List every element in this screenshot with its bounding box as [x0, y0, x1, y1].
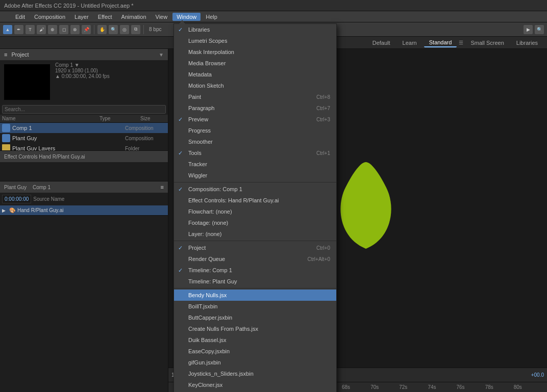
menu-item-gifgun-jsxbin[interactable]: gifGun.jsxbin — [174, 357, 336, 368]
menu-item-layer---none-[interactable]: Layer: (none) — [174, 228, 336, 240]
timeline-transport: 0:00:00:00 Source Name — [0, 193, 168, 205]
pen-tool[interactable]: ✒ — [14, 25, 23, 34]
3d-track-tool[interactable]: ⧉ — [131, 25, 140, 34]
project-panel-label: Project — [11, 51, 29, 58]
menu-item-lumetri-scopes[interactable]: Lumetri Scopes — [174, 35, 336, 46]
toolbar-separator-1 — [94, 25, 94, 34]
project-item-comp1[interactable]: Comp 1 Composition — [0, 123, 168, 133]
menu-item-label: Bendy Nulls.jsx — [188, 292, 227, 298]
project-search-input[interactable] — [2, 105, 166, 114]
menu-window[interactable]: Window — [172, 13, 201, 21]
brush-tool[interactable]: 🖌 — [37, 25, 46, 34]
puppet-pin-tool[interactable]: 📌 — [82, 25, 91, 34]
tab-libraries[interactable]: Libraries — [511, 39, 543, 47]
tab-learn[interactable]: Learn — [397, 39, 422, 47]
menu-item-timeline--plant-guy[interactable]: Timeline: Plant Guy — [174, 276, 336, 287]
roto-brush-tool[interactable]: ⊗ — [70, 25, 80, 34]
menu-item-shortcut: Ctrl+3 — [316, 117, 330, 122]
menu-layer[interactable]: Layer — [70, 13, 93, 21]
plantguy-layers-type: Folder — [125, 146, 166, 151]
menu-item-label: Effect Controls: Hand R/Plant Guy.ai — [188, 197, 279, 203]
menu-item-mask-interpolation[interactable]: Mask Interpolation — [174, 46, 336, 58]
menu-animation[interactable]: Animation — [117, 13, 151, 21]
menu-item-label: BoillT.jsxbin — [188, 303, 217, 309]
menu-item-label: Render Queue — [188, 256, 225, 262]
menu-item-joysticks-n-sliders-jsxbin[interactable]: Joysticks_n_Sliders.jsxbin — [174, 368, 336, 379]
eraser-tool[interactable]: ◻ — [59, 25, 68, 34]
workspace-options-icon[interactable]: ☰ — [459, 40, 463, 45]
clone-tool[interactable]: ⊕ — [48, 25, 57, 34]
menu-item-label: Composition: Comp 1 — [188, 186, 242, 192]
menu-item-bendy-nulls-jsx[interactable]: Bendy Nulls.jsx — [174, 290, 336, 301]
tab-small-screen[interactable]: Small Screen — [465, 39, 509, 47]
window-dropdown-menu: LibrariesLumetri ScopesMask Interpolatio… — [173, 23, 337, 392]
menu-composition[interactable]: Composition — [30, 13, 69, 21]
menu-item-libraries[interactable]: Libraries — [174, 24, 336, 35]
menu-item-tools[interactable]: ToolsCtrl+1 — [174, 147, 336, 159]
menu-item-label: Progress — [188, 127, 211, 134]
timeline-controls[interactable]: ≡ — [161, 184, 164, 190]
search-icon[interactable]: 🔍 — [535, 25, 544, 34]
menu-item-wiggler[interactable]: Wiggler — [174, 170, 336, 181]
menu-item-shortcut: Ctrl+Alt+0 — [308, 256, 330, 262]
menu-item-easecopy-jsxbin[interactable]: EaseCopy.jsxbin — [174, 346, 336, 357]
menu-item-label: Mask Interpolation — [188, 49, 234, 55]
menu-item-paint[interactable]: PaintCtrl+8 — [174, 91, 336, 102]
menu-item-footage---none-[interactable]: Footage: (none) — [174, 217, 336, 228]
title-bar: Adobe After Effects CC 2019 - Untitled P… — [0, 0, 547, 11]
menu-item-buttcapper-jsxbin[interactable]: ButtCapper.jsxbin — [174, 312, 336, 323]
comp-info: Comp 1 ▼ 1920 x 1080 (1.00) ▲ 0:00:30:00… — [55, 62, 110, 79]
menu-item-label: gifGun.jsxbin — [188, 359, 221, 365]
menu-view[interactable]: View — [152, 13, 172, 21]
menu-item-render-queue[interactable]: Render QueueCtrl+Alt+0 — [174, 253, 336, 265]
menu-edit[interactable]: Edit — [11, 13, 29, 21]
menu-item-metadata[interactable]: Metadata — [174, 69, 336, 80]
project-panel-controls[interactable]: ▼ — [159, 52, 164, 58]
menu-item-smoother[interactable]: Smoother — [174, 136, 336, 147]
menu-item-project[interactable]: ProjectCtrl+0 — [174, 242, 336, 253]
plantguy-type: Composition — [125, 136, 166, 141]
timecode-display[interactable]: 0:00:00:00 — [2, 195, 31, 203]
render-queue-icon[interactable]: ▶ — [524, 25, 533, 34]
time-marker-80: 80s — [514, 384, 522, 390]
zoom-tool[interactable]: 🔍 — [109, 25, 118, 34]
menu-item-create-nulls-from-paths-jsx[interactable]: Create Nulls From Paths.jsx — [174, 323, 336, 334]
menu-item-preview[interactable]: PreviewCtrl+3 — [174, 114, 336, 125]
menu-item-timeline--comp-1[interactable]: Timeline: Comp 1 — [174, 265, 336, 276]
comp-resolution: 1920 x 1080 (1.00) — [55, 68, 110, 73]
menu-item-effect-controls--hand-r-plant-guy-ai[interactable]: Effect Controls: Hand R/Plant Guy.ai — [174, 195, 336, 206]
menu-item-tracker[interactable]: Tracker — [174, 159, 336, 170]
project-item-plantguy-layers[interactable]: Plant Guy Layers Folder — [0, 143, 168, 150]
time-marker-76: 76s — [457, 384, 465, 390]
menu-item-boillt-jsxbin[interactable]: BoillT.jsxbin — [174, 301, 336, 312]
menu-file[interactable] — [2, 16, 10, 18]
menu-item-paragraph[interactable]: ParagraphCtrl+7 — [174, 102, 336, 114]
menu-item-motion-sketch[interactable]: Motion Sketch — [174, 80, 336, 91]
menu-item-progress[interactable]: Progress — [174, 125, 336, 136]
menu-item-label: Wiggler — [188, 172, 207, 178]
menu-effect[interactable]: Effect — [94, 13, 116, 21]
menu-item-label: Libraries — [188, 27, 210, 33]
project-panel-title: ≡ — [4, 51, 7, 58]
menu-item-label: Lumetri Scopes — [188, 38, 227, 44]
tab-standard[interactable]: Standard — [424, 38, 457, 47]
track-expand[interactable]: ▶ — [2, 208, 8, 213]
menu-item-label: Paragraph — [188, 105, 214, 111]
menu-item-shortcut: Ctrl+1 — [316, 150, 330, 156]
menu-item-keycloner-jsx[interactable]: KeyCloner.jsx — [174, 379, 336, 390]
menu-item-duik-bassel-jsx[interactable]: Duik Bassel.jsx — [174, 334, 336, 346]
menu-item-shortcut: Ctrl+8 — [316, 94, 330, 100]
tab-default[interactable]: Default — [367, 39, 395, 47]
track-row-handR[interactable]: ▶ 🎨 Hand R/Plant Guy.ai — [0, 205, 168, 216]
menu-help[interactable]: Help — [202, 13, 221, 21]
menu-item-composition--comp-1[interactable]: Composition: Comp 1 — [174, 184, 336, 195]
menu-item-media-browser[interactable]: Media Browser — [174, 58, 336, 69]
menu-item-flowchart---none-[interactable]: Flowchart: (none) — [174, 206, 336, 217]
camera-orbit-tool[interactable]: ◎ — [120, 25, 129, 34]
project-item-plantguy[interactable]: Plant Guy Composition — [0, 133, 168, 143]
menu-item-shortcut: Ctrl+0 — [316, 245, 330, 251]
hand-tool[interactable]: ✋ — [97, 25, 107, 34]
selection-tool[interactable]: ▲ — [3, 25, 12, 34]
text-tool[interactable]: T — [26, 25, 35, 34]
menu-item-label: Paint — [188, 94, 201, 100]
